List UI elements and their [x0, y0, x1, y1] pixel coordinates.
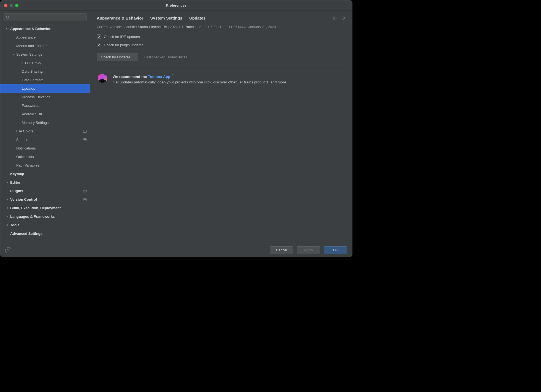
chevron-right-icon [5, 207, 9, 209]
sidebar-item[interactable]: HTTP Proxy [0, 59, 90, 67]
sidebar-item-label: Languages & Frameworks [10, 214, 86, 219]
zoom-window-button[interactable] [15, 4, 18, 7]
sidebar-item-label: Editor [10, 180, 86, 184]
sidebar-item[interactable]: File Colors [0, 127, 90, 135]
sidebar-item[interactable]: Menus and Toolbars [0, 42, 90, 50]
version-value: Android Studio Electric Eel | 2022.1.1 P… [124, 25, 197, 29]
sidebar-item[interactable]: Editor [0, 178, 90, 187]
minimize-window-button[interactable] [10, 4, 13, 7]
toolbox-recommendation: We recommend the Toolbox App↗ Get update… [90, 67, 352, 91]
apply-button[interactable]: Apply [297, 246, 320, 254]
checkbox-icon[interactable] [97, 34, 101, 39]
sidebar-item-label: Passwords [22, 104, 86, 108]
sidebar-item-label: Process Elevation [22, 95, 86, 99]
nav-back-button[interactable] [332, 16, 337, 20]
checkbox-icon[interactable] [97, 43, 101, 47]
check-plugin-updates-row[interactable]: Check for plugin updates [97, 43, 346, 47]
sidebar-item-label: Date Formats [22, 78, 86, 82]
check-plugin-updates-label: Check for plugin updates [104, 43, 144, 47]
sidebar-item-label: Data Sharing [22, 69, 86, 74]
window-title: Preferences [166, 3, 186, 7]
sidebar-item-label: Notifications [16, 146, 86, 150]
breadcrumb: Appearance & Behavior › System Settings … [97, 16, 205, 20]
sidebar-item-label: Appearance & Behavior [10, 27, 86, 31]
sidebar-item-label: Version Control [10, 197, 82, 202]
ok-button[interactable]: OK [324, 246, 347, 254]
sidebar-item[interactable]: Languages & Frameworks [0, 212, 90, 221]
preferences-window: Preferences Appearance & BehaviorAppeara… [0, 0, 353, 257]
sidebar-item-label: System Settings [16, 52, 86, 56]
nav-forward-button[interactable] [341, 16, 346, 20]
cancel-button[interactable]: Cancel [270, 246, 293, 254]
sidebar-item[interactable]: Data Sharing [0, 67, 90, 76]
last-checked-label: Last checked: Today 09:30 [144, 55, 187, 59]
reco-lead: We recommend the [113, 75, 148, 79]
chevron-right-icon [5, 215, 9, 218]
project-level-badge-icon [83, 138, 86, 141]
sidebar-item[interactable]: Tools [0, 221, 90, 229]
breadcrumb-leaf: Updates [189, 16, 205, 20]
dialog-footer: ? Cancel Apply OK [0, 243, 352, 257]
breadcrumb-mid[interactable]: System Settings [150, 16, 182, 20]
sidebar-item[interactable]: Updates [0, 84, 90, 93]
sidebar-item[interactable]: System Settings [0, 50, 90, 59]
search-input[interactable] [4, 13, 86, 21]
sidebar-item[interactable]: Appearance & Behavior [0, 24, 90, 33]
sidebar-item[interactable]: Notifications [0, 144, 90, 153]
version-label: Current version: [97, 25, 122, 29]
project-level-badge-icon [83, 130, 86, 133]
sidebar-item[interactable]: Memory Settings [0, 118, 90, 127]
sidebar-item[interactable]: Scopes [0, 135, 90, 144]
sidebar-item[interactable]: Plugins [0, 187, 90, 195]
close-window-button[interactable] [4, 4, 7, 7]
external-link-icon: ↗ [171, 74, 173, 77]
chevron-right-icon: › [185, 16, 186, 20]
sidebar-item-label: HTTP Proxy [22, 61, 86, 65]
project-level-badge-icon [83, 190, 86, 192]
sidebar-item[interactable]: Advanced Settings [0, 229, 90, 238]
sidebar-item[interactable]: Quick Lists [0, 153, 90, 161]
sidebar-item-label: File Colors [16, 129, 82, 133]
window-controls [0, 4, 18, 7]
chevron-down-icon [11, 53, 15, 56]
chevron-right-icon: › [146, 16, 147, 20]
check-ide-updates-label: Check for IDE updates [104, 35, 140, 39]
reco-body: Get updates automatically, open your pro… [113, 80, 286, 85]
sidebar-item[interactable]: Process Elevation [0, 93, 90, 101]
sidebar-item-label: Plugins [10, 189, 82, 193]
sidebar-item-label: Keymap [10, 172, 86, 176]
current-version-line: Current version: Android Studio Electric… [90, 20, 352, 29]
sidebar-item[interactable]: Appearance [0, 33, 90, 42]
chevron-right-icon [5, 224, 9, 226]
sidebar-item[interactable]: Build, Execution, Deployment [0, 204, 90, 212]
toolbox-app-link[interactable]: Toolbox App [148, 75, 170, 79]
help-button[interactable]: ? [5, 247, 11, 253]
sidebar-item-label: Menus and Toolbars [16, 44, 86, 48]
chevron-down-icon [5, 28, 9, 30]
sidebar-item-label: Build, Execution, Deployment [10, 206, 86, 210]
svg-rect-4 [101, 81, 104, 81]
main-panel: Appearance & Behavior › System Settings … [90, 11, 352, 243]
settings-tree[interactable]: Appearance & BehaviorAppearanceMenus and… [0, 23, 90, 243]
breadcrumb-root[interactable]: Appearance & Behavior [97, 16, 143, 20]
sidebar: Appearance & BehaviorAppearanceMenus and… [0, 11, 90, 243]
project-level-badge-icon [83, 198, 86, 201]
sidebar-item[interactable]: Path Variables [0, 161, 90, 170]
sidebar-item[interactable]: Android SDK [0, 110, 90, 118]
sidebar-item[interactable]: Passwords [0, 101, 90, 110]
titlebar: Preferences [0, 0, 352, 11]
nav-history [332, 16, 346, 20]
check-ide-updates-row[interactable]: Check for IDE updates [97, 34, 346, 39]
sidebar-item-label: Memory Settings [22, 121, 86, 125]
sidebar-item-label: Tools [10, 223, 86, 227]
version-build: AI-221.6008.13.2211.9514443 January 21, … [199, 25, 276, 29]
sidebar-item-label: Path Variables [16, 163, 86, 167]
check-for-updates-button[interactable]: Check for Updates… [97, 53, 138, 61]
sidebar-item-label: Scopes [16, 138, 82, 142]
sidebar-item[interactable]: Date Formats [0, 76, 90, 84]
sidebar-item-label: Android SDK [22, 112, 86, 116]
sidebar-item[interactable]: Keymap [0, 170, 90, 178]
sidebar-item[interactable]: Version Control [0, 195, 90, 204]
chevron-right-icon [5, 198, 9, 201]
sidebar-item-label: Updates [22, 86, 86, 91]
